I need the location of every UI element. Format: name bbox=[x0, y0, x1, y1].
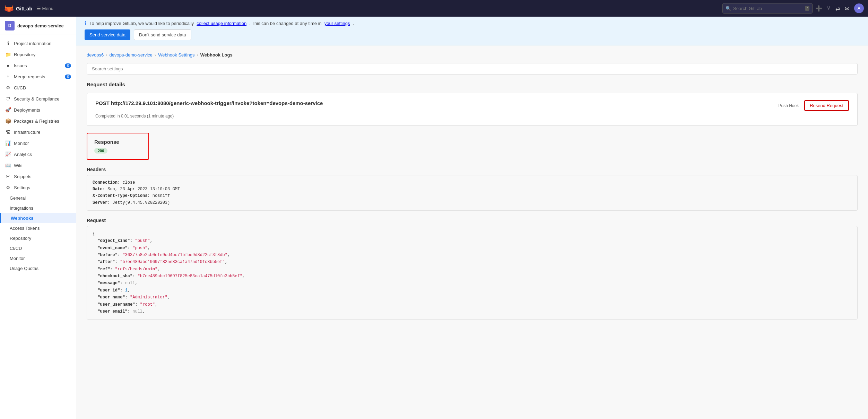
breadcrumb-current: Webhook Logs bbox=[200, 52, 233, 58]
headers-box: Connection: close Date: Sun, 23 Apr 2023… bbox=[87, 175, 858, 211]
info-banner: ℹ To help improve GitLab, we would like … bbox=[76, 17, 868, 45]
project-header[interactable]: D devops-demo-service bbox=[0, 17, 76, 35]
wiki-icon: 📖 bbox=[5, 163, 11, 168]
request-url: POST http://172.29.9.101:8080/generic-we… bbox=[95, 100, 323, 106]
sidebar-item-packages-registries[interactable]: 📦 Packages & Registries bbox=[0, 115, 76, 126]
deployments-icon: 🚀 bbox=[5, 107, 11, 113]
sidebar-item-repository[interactable]: 📁 Repository bbox=[0, 49, 76, 60]
settings-link[interactable]: your settings bbox=[324, 21, 350, 26]
branch-icon[interactable]: ⑂ bbox=[827, 5, 831, 11]
sidebar-nav: ℹ Project information 📁 Repository ● Iss… bbox=[0, 35, 76, 276]
merge-request-icon[interactable]: ⇄ bbox=[835, 5, 840, 12]
mail-icon[interactable]: ✉ bbox=[845, 5, 849, 12]
sidebar-subitem-webhooks[interactable]: Webhooks bbox=[0, 213, 76, 223]
sidebar-subitem-access-tokens[interactable]: Access Tokens bbox=[0, 223, 76, 233]
settings-search-input[interactable] bbox=[87, 63, 858, 75]
sidebar: D devops-demo-service ℹ Project informat… bbox=[0, 17, 76, 419]
sidebar-item-issues[interactable]: ● Issues 0 bbox=[0, 60, 76, 71]
sidebar-item-analytics[interactable]: 📈 Analytics bbox=[0, 149, 76, 160]
request-card: POST http://172.29.9.101:8080/generic-we… bbox=[87, 93, 858, 126]
sidebar-item-infrastructure[interactable]: 🏗 Infrastructure bbox=[0, 126, 76, 138]
project-avatar: D bbox=[5, 21, 15, 30]
request-body-box: { "object_kind": "push", "event_name": "… bbox=[87, 226, 858, 320]
breadcrumb-sep-1: › bbox=[106, 52, 107, 58]
dont-send-service-data-button[interactable]: Don't send service data bbox=[134, 29, 191, 40]
push-hook-label: Push Hook bbox=[778, 103, 799, 108]
response-status-badge: 200 bbox=[94, 148, 107, 154]
send-service-data-button[interactable]: Send service data bbox=[85, 29, 130, 40]
sidebar-item-wiki[interactable]: 📖 Wiki bbox=[0, 160, 76, 171]
sidebar-subitem-integrations[interactable]: Integrations bbox=[0, 203, 76, 213]
breadcrumb-project[interactable]: devops-demo-service bbox=[110, 52, 153, 58]
content-area: devops6 › devops-demo-service › Webhook … bbox=[76, 45, 868, 333]
main-content: ℹ To help improve GitLab, we would like … bbox=[76, 17, 868, 419]
breadcrumb-devops6[interactable]: devops6 bbox=[87, 52, 104, 58]
request-meta: Push Hook Resend Request bbox=[778, 100, 849, 111]
json-line-object-kind: "object_kind": "push", bbox=[93, 237, 852, 244]
topnav: GitLab ☰ Menu 🔍 / ➕ ⑂ ⇄ ✉ A bbox=[0, 0, 868, 17]
sidebar-item-settings[interactable]: ⚙ Settings bbox=[0, 182, 76, 193]
page-wrap: D devops-demo-service ℹ Project informat… bbox=[0, 0, 868, 419]
sidebar-subitem-ci-cd-settings[interactable]: CI/CD bbox=[0, 243, 76, 253]
json-line-checkout-sha: "checkout_sha": "b7ee489abc19697f825e83c… bbox=[93, 273, 852, 280]
settings-submenu: General Integrations Webhooks Access Tok… bbox=[0, 193, 76, 273]
sidebar-item-ci-cd[interactable]: ⚙ CI/CD bbox=[0, 82, 76, 93]
slash-shortcut: / bbox=[805, 6, 809, 11]
json-line-user-name: "user_name": "Administrator", bbox=[93, 294, 852, 301]
request-body-section: Request { "object_kind": "push", "event_… bbox=[87, 218, 858, 320]
sidebar-item-security-compliance[interactable]: 🛡 Security & Compliance bbox=[0, 93, 76, 104]
json-line-before: "before": "36377a8e2cb0efe9cd4bc71bfbe9d… bbox=[93, 252, 852, 259]
user-avatar[interactable]: A bbox=[854, 3, 864, 13]
sidebar-subitem-repository-settings[interactable]: Repository bbox=[0, 233, 76, 243]
breadcrumb-webhook-settings[interactable]: Webhook Settings bbox=[158, 52, 194, 58]
plus-icon[interactable]: ➕ bbox=[815, 5, 822, 12]
search-icon: 🔍 bbox=[726, 6, 731, 11]
sidebar-item-snippets[interactable]: ✂ Snippets bbox=[0, 171, 76, 182]
search-input[interactable] bbox=[733, 6, 803, 11]
json-line-ref: "ref": "refs/heads/main", bbox=[93, 266, 852, 273]
gitlab-logo[interactable]: GitLab bbox=[4, 3, 33, 13]
sidebar-item-merge-requests[interactable]: ⑂ Merge requests 0 bbox=[0, 71, 76, 82]
sidebar-subitem-general[interactable]: General bbox=[0, 193, 76, 203]
header-x-content-type: X-Content-Type-Options: nosniff bbox=[93, 193, 852, 199]
merge-requests-badge: 0 bbox=[65, 75, 71, 79]
gitlab-wordmark: GitLab bbox=[16, 6, 33, 11]
request-body-title: Request bbox=[87, 218, 858, 223]
json-line-message: "message": null, bbox=[93, 280, 852, 287]
info-circle-icon: ℹ bbox=[85, 20, 87, 27]
header-date: Date: Sun, 23 Apr 2023 13:10:03 GMT bbox=[93, 186, 852, 193]
sidebar-item-deployments[interactable]: 🚀 Deployments bbox=[0, 104, 76, 115]
json-line-user-email: "user_email": null, bbox=[93, 308, 852, 315]
sidebar-subitem-monitor-settings[interactable]: Monitor bbox=[0, 253, 76, 263]
json-line-event-name: "event_name": "push", bbox=[93, 245, 852, 252]
header-server: Server: Jetty(9.4.45.v20220203) bbox=[93, 200, 852, 206]
headers-title: Headers bbox=[87, 167, 858, 172]
sidebar-item-project-information[interactable]: ℹ Project information bbox=[0, 38, 76, 49]
json-line-user-id: "user_id": 1, bbox=[93, 287, 852, 294]
breadcrumb-sep-3: › bbox=[197, 52, 198, 58]
ci-cd-icon: ⚙ bbox=[5, 85, 11, 90]
collect-usage-link[interactable]: collect usage information bbox=[197, 21, 246, 26]
infrastructure-icon: 🏗 bbox=[5, 129, 11, 135]
merge-requests-icon: ⑂ bbox=[5, 74, 11, 79]
header-connection: Connection: close bbox=[93, 180, 852, 186]
global-search[interactable]: 🔍 / bbox=[722, 3, 813, 14]
issues-badge: 0 bbox=[65, 63, 71, 68]
response-label: Response bbox=[94, 139, 141, 145]
project-name: devops-demo-service bbox=[17, 23, 64, 28]
breadcrumb-sep-2: › bbox=[155, 52, 156, 58]
section-title: Request details bbox=[87, 81, 858, 87]
analytics-icon: 📈 bbox=[5, 151, 11, 157]
json-line-open: { bbox=[93, 230, 852, 237]
resend-request-button[interactable]: Resend Request bbox=[804, 100, 849, 111]
request-header: POST http://172.29.9.101:8080/generic-we… bbox=[95, 100, 849, 111]
json-line-after: "after": "b7ee489abc19697f825e83ca1a475d… bbox=[93, 259, 852, 265]
response-box: Response 200 bbox=[87, 133, 149, 160]
request-completed-text: Completed in 0.01 seconds (1 minute ago) bbox=[95, 114, 849, 119]
repository-icon: 📁 bbox=[5, 52, 11, 57]
topnav-actions: ➕ ⑂ ⇄ ✉ A bbox=[815, 3, 864, 13]
menu-button[interactable]: ☰ Menu bbox=[37, 6, 54, 11]
sidebar-item-monitor[interactable]: 📊 Monitor bbox=[0, 138, 76, 149]
snippets-icon: ✂ bbox=[5, 174, 11, 179]
sidebar-subitem-usage-quotas[interactable]: Usage Quotas bbox=[0, 263, 76, 273]
